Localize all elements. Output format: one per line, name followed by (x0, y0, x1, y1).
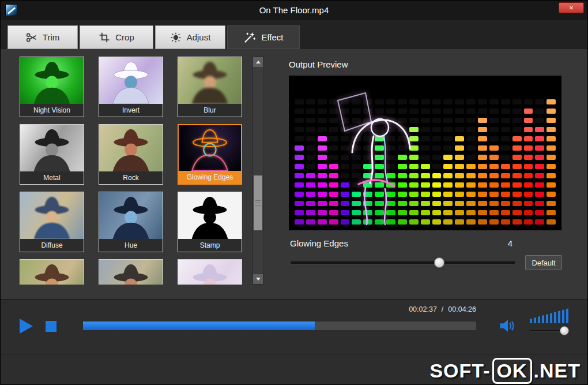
person-silhouette (178, 192, 242, 239)
effect-item-hue[interactable]: Hue (99, 192, 163, 252)
tab-label: Trim (43, 32, 59, 42)
effect-thumbnail (99, 57, 163, 104)
tab-effect[interactable]: Effect (227, 25, 300, 49)
watermark-prefix: SOFT- (429, 360, 490, 382)
app-window: On The Floor.mp4 × Trim Crop (0, 0, 588, 385)
effect-slider[interactable] (290, 257, 516, 268)
effect-thumbnail (178, 57, 242, 104)
effect-thumbnail (20, 57, 84, 104)
effects-grid: Night Vision Invert Blur (20, 57, 243, 285)
progress-bar[interactable] (83, 322, 476, 330)
output-preview-heading: Output Preview (289, 59, 348, 69)
effect-value: 4 (502, 238, 518, 248)
effect-label: Metal (20, 171, 84, 184)
crop-icon (99, 32, 110, 43)
watermark-suffix: .NET (534, 360, 581, 382)
effect-item-partial-1[interactable] (20, 259, 84, 285)
tab-label: Effect (261, 32, 283, 42)
effect-slider-track (290, 261, 516, 264)
effect-thumbnail (20, 125, 84, 171)
effect-item-blur[interactable]: Blur (178, 57, 242, 117)
preview-canvas (289, 76, 561, 230)
effect-thumbnail (99, 192, 163, 239)
down-arrow-icon (256, 278, 261, 281)
effect-name-label: Glowing Edges (290, 238, 348, 248)
effect-label: Rock (99, 171, 163, 184)
tab-label: Crop (115, 32, 134, 42)
titlebar: On The Floor.mp4 × (1, 1, 587, 20)
effect-label: Blur (178, 104, 242, 117)
total-time: 00:04:26 (448, 305, 476, 313)
effect-thumbnail (20, 192, 84, 239)
magic-wand-icon (243, 31, 256, 44)
effect-slider-thumb[interactable] (434, 257, 444, 268)
close-button[interactable]: × (559, 2, 584, 13)
scissors-icon (26, 32, 37, 43)
effect-item-partial-2[interactable] (99, 259, 163, 285)
effect-thumbnail (99, 125, 163, 171)
person-silhouette (20, 260, 84, 285)
person-silhouette (178, 260, 242, 285)
scrollbar-grip (255, 200, 261, 206)
effect-thumbnail (20, 260, 84, 285)
effect-label: Glowing Edges (179, 171, 241, 184)
time-separator: / (437, 305, 448, 313)
tab-bar: Trim Crop Adjust (1, 20, 587, 49)
watermark-ok-box: OK (492, 358, 532, 384)
brightness-icon (170, 32, 182, 43)
person-silhouette (179, 125, 241, 171)
person-silhouette (178, 57, 242, 104)
default-button[interactable]: Default (525, 255, 562, 270)
effect-item-stamp[interactable]: Stamp (178, 192, 242, 252)
effect-label: Diffuse (20, 239, 84, 252)
effect-label: Invert (99, 104, 163, 117)
watermark: SOFT-OK.NET (429, 358, 581, 384)
footer: SOFT-OK.NET (1, 355, 587, 385)
stop-button[interactable] (46, 321, 56, 332)
person-silhouette (20, 192, 84, 239)
effect-item-invert[interactable]: Invert (99, 57, 163, 117)
up-arrow-icon (256, 61, 261, 63)
effect-item-night-vision[interactable]: Night Vision (20, 57, 84, 117)
person-silhouette (99, 57, 163, 104)
tab-trim[interactable]: Trim (7, 25, 78, 49)
scroll-down-button[interactable] (253, 274, 263, 284)
effect-item-rock[interactable]: Rock (99, 124, 163, 185)
scroll-up-button[interactable] (253, 57, 263, 67)
dancer-figure (303, 79, 459, 227)
effect-thumbnail (179, 125, 241, 171)
effect-label: Stamp (178, 239, 242, 252)
effect-thumbnail (99, 260, 163, 285)
play-button[interactable] (20, 319, 33, 334)
tab-label: Adjust (187, 32, 211, 42)
effect-thumbnail (178, 192, 242, 239)
current-time: 00:02:37 (409, 305, 437, 313)
effect-label: Hue (99, 239, 163, 252)
effect-item-glowing-edges[interactable]: Glowing Edges (178, 124, 242, 185)
tab-crop[interactable]: Crop (80, 25, 153, 49)
person-silhouette (99, 192, 163, 239)
time-display: 00:02:37/00:04:26 (289, 305, 476, 313)
person-silhouette (20, 125, 84, 171)
tab-adjust[interactable]: Adjust (155, 25, 225, 49)
volume-slider[interactable] (530, 329, 569, 332)
person-silhouette (99, 260, 163, 285)
effects-scrollbar[interactable] (252, 57, 263, 285)
scrollbar-thumb[interactable] (254, 175, 262, 230)
effect-item-partial-3[interactable] (178, 259, 242, 285)
window-title: On The Floor.mp4 (1, 5, 587, 15)
effect-label: Night Vision (20, 104, 84, 117)
effect-thumbnail (178, 260, 242, 285)
person-silhouette (99, 125, 163, 171)
effect-item-metal[interactable]: Metal (20, 124, 84, 185)
speaker-icon[interactable] (499, 318, 516, 334)
person-silhouette (20, 57, 84, 104)
effect-item-diffuse[interactable]: Diffuse (20, 192, 84, 252)
progress-fill (83, 322, 315, 330)
